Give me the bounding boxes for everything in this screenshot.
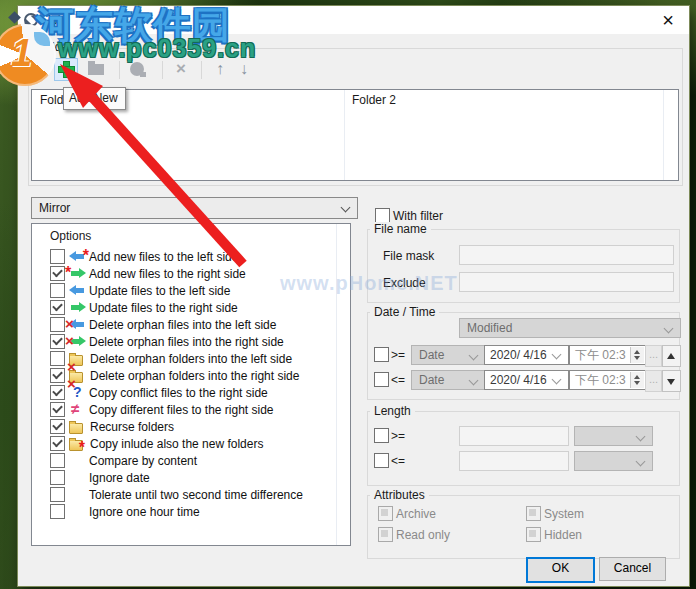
option-row[interactable]: Copy inlude also the new folders [32, 435, 350, 452]
chevron-down-icon [664, 324, 674, 334]
folder-pair-list[interactable]: Folder 1 Folder 2 [31, 89, 679, 181]
option-row[interactable]: Delete orphan folders into the left side [32, 350, 350, 367]
close-icon[interactable]: × [655, 8, 681, 32]
date-le-checkbox[interactable] [374, 372, 389, 387]
option-checkbox[interactable] [50, 266, 65, 281]
option-checkbox[interactable] [50, 453, 65, 468]
length-le-unit-combobox[interactable] [574, 451, 653, 471]
attributes-group [367, 495, 680, 559]
length-ge-unit-combobox[interactable] [574, 426, 653, 446]
date-ge-checkbox[interactable] [374, 347, 389, 362]
option-checkbox[interactable] [50, 436, 65, 451]
option-label: Add new files to the right side [89, 267, 246, 281]
ok-button[interactable]: OK [526, 557, 595, 583]
sync-mode-combobox[interactable]: Mirror [31, 197, 358, 219]
option-checkbox[interactable] [50, 317, 65, 332]
read-only-label: Read only [396, 528, 450, 542]
date-field-combobox[interactable]: Modified [459, 318, 681, 338]
option-row[interactable]: Update files to the right side [32, 299, 350, 316]
option-label: Update files to the left side [89, 284, 230, 298]
option-icon [69, 317, 86, 332]
browse-icon [130, 62, 144, 76]
option-row[interactable]: Delete orphan files into the left side [32, 316, 350, 333]
chevron-down-icon [469, 376, 479, 386]
option-checkbox[interactable] [50, 487, 65, 502]
option-icon [69, 423, 83, 434]
option-checkbox[interactable] [50, 351, 65, 366]
option-row[interactable]: Copy conflict files to the right side [32, 384, 350, 401]
length-ge-checkbox[interactable] [374, 428, 389, 443]
time-ge-value: 下午 02:3 [575, 348, 626, 362]
column-divider [663, 90, 664, 180]
option-checkbox[interactable] [50, 402, 65, 417]
option-checkbox[interactable] [50, 470, 65, 485]
option-row[interactable]: Delete orphan folders into the right sid… [32, 367, 350, 384]
toolbar-separator [119, 61, 120, 79]
add-new-tooltip: Add New [63, 87, 126, 110]
hidden-label: Hidden [544, 528, 582, 542]
row-down-button[interactable] [662, 370, 681, 392]
file-mask-input[interactable] [459, 245, 674, 265]
read-only-checkbox[interactable] [378, 527, 393, 542]
column-divider [344, 90, 345, 180]
option-row[interactable]: Copy different files to the right side [32, 401, 350, 418]
file-name-group-label: File name [370, 222, 431, 236]
time-le-spinner[interactable]: 下午 02:3 [569, 370, 646, 390]
length-le-input[interactable] [459, 451, 569, 471]
system-checkbox[interactable] [526, 506, 541, 521]
date-ge-more-button[interactable]: ... [645, 345, 662, 367]
option-icon [69, 402, 86, 417]
row-up-button[interactable] [662, 345, 681, 367]
length-ge-input[interactable] [459, 426, 569, 446]
option-icon [69, 440, 83, 451]
watermark-site-url: www.pc0359.cn [58, 34, 256, 63]
option-checkbox[interactable] [50, 283, 65, 298]
length-le-label: <= [391, 454, 405, 468]
cancel-button[interactable]: Cancel [599, 557, 666, 581]
exclude-input[interactable] [459, 272, 674, 292]
option-checkbox[interactable] [50, 419, 65, 434]
toolbar-separator [162, 61, 163, 79]
length-le-checkbox[interactable] [374, 453, 389, 468]
option-checkbox[interactable] [50, 249, 65, 264]
option-checkbox[interactable] [50, 385, 65, 400]
chevron-down-icon [469, 351, 479, 361]
chevron-down-icon [636, 432, 646, 442]
date-le-more-button[interactable]: ... [645, 370, 662, 392]
date-le-picker[interactable]: 2020/ 4/16 [484, 370, 569, 390]
archive-checkbox[interactable] [378, 506, 393, 521]
option-row[interactable]: Ignore date [32, 469, 350, 486]
option-label: Tolerate until two second time differenc… [89, 488, 303, 502]
option-label: Update files to the right side [89, 301, 238, 315]
spinner-icon[interactable] [630, 372, 644, 388]
length-ge-label: >= [391, 429, 405, 443]
with-filter-checkbox[interactable] [375, 208, 390, 223]
option-icon [69, 487, 86, 502]
length-group-label: Length [370, 404, 415, 418]
options-header: Options [50, 229, 350, 244]
option-row[interactable]: Ignore one hour time [32, 503, 350, 520]
option-row[interactable]: Recurse folders [32, 418, 350, 435]
hidden-checkbox[interactable] [526, 527, 541, 542]
option-checkbox[interactable] [50, 504, 65, 519]
date-type-combobox[interactable]: Date [411, 345, 486, 365]
option-icon [69, 283, 86, 298]
option-label: Copy conflict files to the right side [89, 386, 268, 400]
time-ge-spinner[interactable]: 下午 02:3 [569, 345, 646, 365]
date-time-group-label: Date / Time [370, 305, 439, 319]
option-label: Compare by content [89, 454, 197, 468]
option-row[interactable]: Add new files to the left side [32, 248, 350, 265]
with-filter-label: With filter [393, 209, 443, 223]
option-row[interactable]: Tolerate until two second time differenc… [32, 486, 350, 503]
spinner-icon[interactable] [630, 347, 644, 363]
option-row[interactable]: Delete orphan files into the right side [32, 333, 350, 350]
option-label: Delete orphan folders into the left side [90, 352, 292, 366]
date-ge-picker[interactable]: 2020/ 4/16 [484, 345, 569, 365]
file-mask-label: File mask [383, 249, 434, 263]
option-checkbox[interactable] [50, 368, 65, 383]
option-checkbox[interactable] [50, 334, 65, 349]
date-type-combobox[interactable]: Date [411, 370, 486, 390]
option-checkbox[interactable] [50, 300, 65, 315]
watermark-ghost: www.pHome.NET [280, 272, 458, 295]
option-label: Copy inlude also the new folders [90, 437, 263, 451]
